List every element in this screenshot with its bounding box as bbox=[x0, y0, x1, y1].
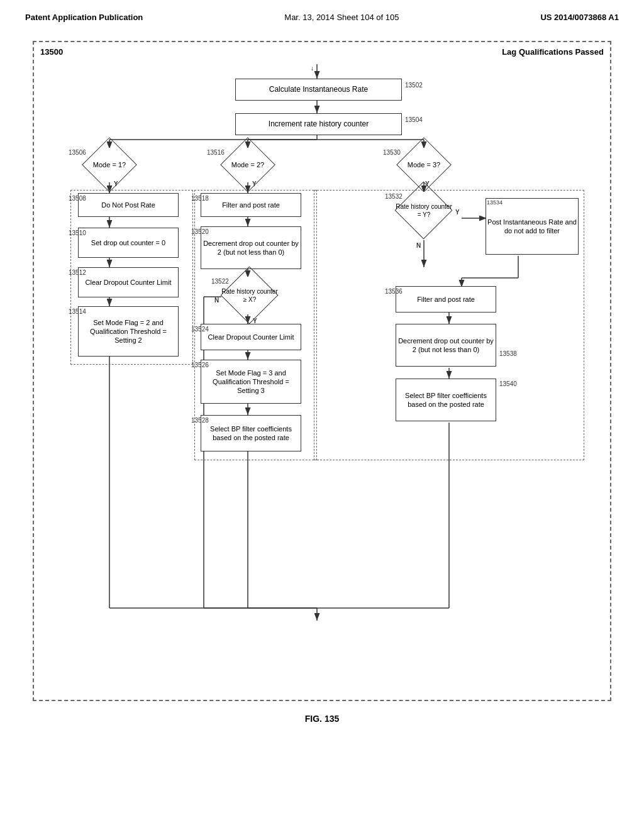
incr-text: Increment rate history counter bbox=[269, 119, 369, 130]
header: Patent Application Publication Mar. 13, … bbox=[25, 13, 619, 22]
post-instant-id: 13534 bbox=[487, 199, 502, 206]
mode1-y-label: Y bbox=[114, 180, 118, 187]
rate-hist-y-text: Rate history counter = Y? bbox=[396, 202, 452, 219]
entry-arrow: ↓ bbox=[311, 65, 314, 72]
rate-hist-x-text: Rate history counter ≥ X? bbox=[221, 287, 278, 304]
mode2-id: 13516 bbox=[207, 149, 225, 156]
rate-hist-y-n: N bbox=[416, 242, 421, 249]
post-instant-box: Post Instantaneous Rate and do not add t… bbox=[486, 198, 579, 255]
set-dropout-id: 13510 bbox=[69, 230, 86, 236]
set-dropout-box: Set drop out counter = 0 bbox=[78, 228, 179, 258]
header-middle: Mar. 13, 2014 Sheet 104 of 105 bbox=[284, 13, 399, 22]
clear-dropout-text: Clear Dropout Counter Limit bbox=[86, 278, 172, 287]
diagram-container: 13500 Lag Qualifications Passed bbox=[33, 41, 611, 701]
rate-hist-y-id: 13532 bbox=[385, 193, 402, 200]
diagram-id: 13500 bbox=[40, 47, 63, 57]
decrement2-id: 13538 bbox=[499, 350, 517, 357]
select-bp2-box: Select BP filter coefficients based on t… bbox=[396, 379, 496, 421]
post-instant-text: Post Instantaneous Rate and do not add t… bbox=[486, 218, 578, 236]
set-mode-flag2-id: 13514 bbox=[69, 308, 86, 315]
lag-qualifications-label: Lag Qualifications Passed bbox=[502, 47, 604, 57]
select-bp1-text: Select BP filter coefficients based on t… bbox=[201, 424, 301, 443]
filter-post1-id: 13518 bbox=[191, 195, 209, 202]
filter-post2-id: 13536 bbox=[385, 288, 402, 295]
calc-text: Calculate Instantaneous Rate bbox=[269, 85, 368, 95]
set-mode-flag3-box: Set Mode Flag = 3 and Qualification Thre… bbox=[201, 360, 301, 404]
mode1-text: Mode = 1? bbox=[93, 160, 126, 169]
select-bp1-id: 13528 bbox=[191, 417, 209, 424]
rate-hist-x-n: N bbox=[214, 297, 219, 304]
set-mode-flag2-box: Set Mode Flag = 2 and Qualification Thre… bbox=[78, 306, 179, 357]
set-dropout-text: Set drop out counter = 0 bbox=[91, 238, 165, 247]
decrement2-box: Decrement drop out counter by 2 (but not… bbox=[396, 324, 496, 367]
rate-hist-x-id: 13522 bbox=[211, 278, 229, 285]
header-right: US 2014/0073868 A1 bbox=[540, 13, 619, 22]
calc-id: 13502 bbox=[405, 82, 423, 89]
clear-dropout-box: Clear Dropout Counter Limit bbox=[78, 267, 179, 297]
mode2-diamond: Mode = 2? bbox=[219, 148, 276, 182]
header-left: Patent Application Publication bbox=[25, 13, 143, 22]
clear-dropout2-id: 13524 bbox=[191, 326, 209, 333]
page: Patent Application Publication Mar. 13, … bbox=[0, 0, 644, 830]
do-not-post-id: 13508 bbox=[69, 195, 86, 202]
mode3-diamond: Mode = 3? bbox=[396, 148, 452, 182]
decrement1-box: Decrement drop out counter by 2 (but not… bbox=[201, 226, 301, 269]
mode3-text: Mode = 3? bbox=[408, 160, 440, 169]
rate-hist-y-y: Y bbox=[455, 209, 460, 216]
filter-post2-text: Filter and post rate bbox=[417, 295, 475, 304]
mode1-diamond: Mode = 1? bbox=[81, 148, 138, 182]
decrement1-text: Decrement drop out counter by 2 (but not… bbox=[201, 239, 301, 257]
do-not-post-box: Do Not Post Rate bbox=[78, 193, 179, 217]
do-not-post-text: Do Not Post Rate bbox=[101, 201, 155, 209]
filter-post2-box: Filter and post rate bbox=[396, 286, 496, 313]
mode2-text: Mode = 2? bbox=[231, 160, 264, 169]
set-mode-flag3-text: Set Mode Flag = 3 and Qualification Thre… bbox=[201, 368, 301, 396]
decrement1-id: 13520 bbox=[191, 228, 209, 235]
select-bp2-text: Select BP filter coefficients based on t… bbox=[396, 391, 496, 409]
set-mode-flag2-text: Set Mode Flag = 2 and Qualification Thre… bbox=[79, 318, 178, 345]
clear-dropout2-box: Clear Dropout Counter Limit bbox=[201, 324, 301, 350]
clear-dropout-id: 13512 bbox=[69, 269, 86, 276]
select-bp1-box: Select BP filter coefficients based on t… bbox=[201, 415, 301, 451]
mode2-y-label: Y bbox=[252, 180, 257, 187]
incr-box: Increment rate history counter bbox=[235, 113, 402, 135]
filter-post1-text: Filter and post rate bbox=[222, 201, 280, 209]
clear-dropout2-text: Clear Dropout Counter Limit bbox=[208, 333, 294, 341]
mode1-id: 13506 bbox=[69, 149, 86, 156]
figure-caption: FIG. 135 bbox=[25, 714, 619, 724]
decrement2-text: Decrement drop out counter by 2 (but not… bbox=[396, 336, 496, 355]
filter-post1-box: Filter and post rate bbox=[201, 193, 301, 217]
calc-box: Calculate Instantaneous Rate bbox=[235, 79, 402, 101]
mode3-id: 13530 bbox=[383, 149, 401, 156]
incr-id: 13504 bbox=[405, 116, 423, 123]
rate-hist-y-diamond: Rate history counter = Y? bbox=[396, 192, 452, 230]
set-mode-flag3-id: 13526 bbox=[191, 362, 209, 368]
rate-hist-x-diamond: Rate history counter ≥ X? bbox=[221, 277, 278, 314]
select-bp2-id: 13540 bbox=[499, 380, 517, 387]
